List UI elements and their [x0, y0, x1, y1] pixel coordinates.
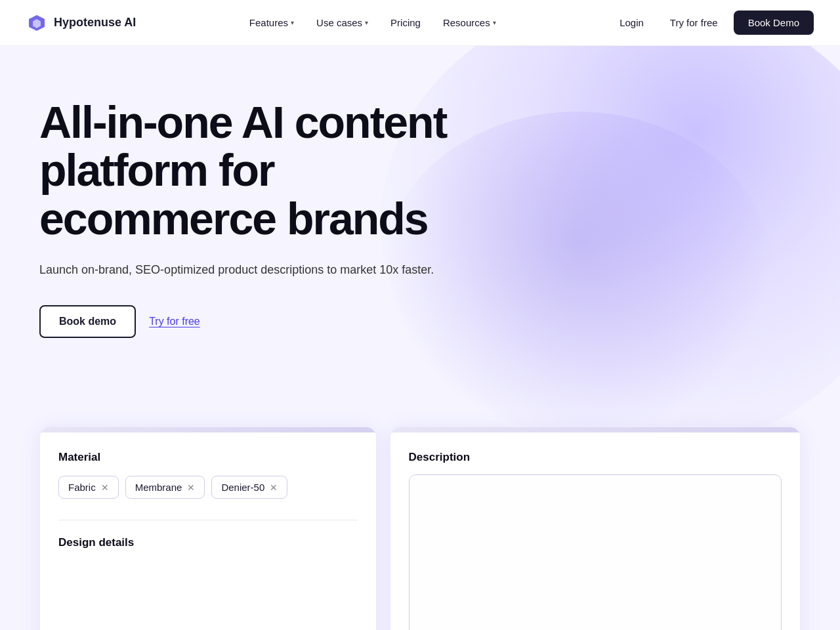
hero-subtitle: Launch on-brand, SEO-optimized product d… — [39, 261, 499, 279]
nav-use-cases[interactable]: Use cases ▾ — [307, 12, 377, 33]
try-free-hero-button[interactable]: Try for free — [149, 316, 200, 327]
card-top-bar — [40, 427, 376, 432]
nav-pricing[interactable]: Pricing — [381, 12, 430, 33]
design-details-label: Design details — [58, 536, 358, 549]
tag-denier: Denier-50 ✕ — [211, 476, 287, 499]
features-chevron-icon: ▾ — [291, 19, 294, 26]
use-cases-chevron-icon: ▾ — [365, 19, 368, 26]
nav-resources[interactable]: Resources ▾ — [434, 12, 505, 33]
hero-section: All-in-one AI content platform for ecomm… — [0, 46, 840, 427]
description-box[interactable] — [409, 474, 782, 630]
book-demo-hero-button[interactable]: Book demo — [39, 305, 136, 338]
description-label: Description — [409, 451, 782, 464]
nav-features-label: Features — [249, 17, 288, 28]
demo-card-right: Description — [390, 427, 801, 630]
tag-membrane-label: Membrane — [135, 482, 182, 493]
tag-membrane-remove[interactable]: ✕ — [187, 482, 195, 493]
nav-resources-label: Resources — [443, 17, 490, 28]
hero-content: All-in-one AI content platform for ecomm… — [39, 98, 499, 338]
tag-denier-remove[interactable]: ✕ — [270, 482, 278, 493]
hero-buttons: Book demo Try for free — [39, 305, 499, 338]
nav-use-cases-label: Use cases — [316, 17, 362, 28]
card-right-top-bar — [390, 427, 800, 432]
try-free-button[interactable]: Try for free — [660, 12, 728, 33]
tag-fabric-remove[interactable]: ✕ — [101, 482, 109, 493]
tag-fabric-label: Fabric — [68, 482, 96, 493]
book-demo-nav-button[interactable]: Book Demo — [734, 10, 814, 35]
logo-text: Hypotenuse AI — [54, 16, 136, 30]
tag-denier-label: Denier-50 — [221, 482, 264, 493]
demo-section: Material Fabric ✕ Membrane ✕ Denier-50 ✕… — [0, 427, 840, 630]
login-button[interactable]: Login — [609, 12, 654, 33]
nav-actions: Login Try for free Book Demo — [609, 10, 814, 35]
card-divider — [58, 520, 358, 520]
nav-pricing-label: Pricing — [390, 17, 421, 28]
resources-chevron-icon: ▾ — [493, 19, 496, 26]
tag-membrane: Membrane ✕ — [125, 476, 205, 499]
nav-features[interactable]: Features ▾ — [240, 12, 303, 33]
tag-fabric: Fabric ✕ — [58, 476, 119, 499]
tags-row: Fabric ✕ Membrane ✕ Denier-50 ✕ — [58, 476, 358, 499]
hero-title: All-in-one AI content platform for ecomm… — [39, 98, 499, 243]
logo-icon — [26, 12, 47, 33]
nav-links: Features ▾ Use cases ▾ Pricing Resources… — [136, 12, 609, 33]
material-label: Material — [58, 451, 358, 464]
navbar: Hypotenuse AI Features ▾ Use cases ▾ Pri… — [0, 0, 840, 46]
card-inner: Material Fabric ✕ Membrane ✕ Denier-50 ✕ — [40, 432, 376, 499]
demo-card-left: Material Fabric ✕ Membrane ✕ Denier-50 ✕… — [39, 427, 377, 630]
logo-link[interactable]: Hypotenuse AI — [26, 12, 136, 33]
